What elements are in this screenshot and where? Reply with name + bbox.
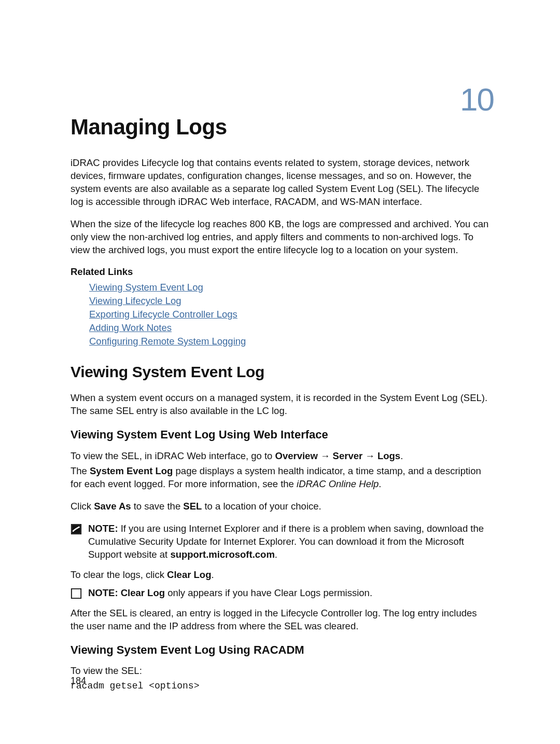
text: The [71, 465, 90, 476]
bold-save-as: Save As [94, 501, 131, 512]
note-block-2: NOTE: Clear Log only appears if you have… [71, 587, 493, 600]
text: . [400, 450, 403, 461]
bold-system-event-log: System Event Log [90, 465, 173, 476]
text: If you are using Internet Explorer and i… [88, 523, 484, 560]
intro-paragraph-1: iDRAC provides Lifecycle log that contai… [71, 157, 493, 209]
sub1-p3: Click Save As to save the SEL to a locat… [71, 500, 493, 513]
bold-clear-log: Clear Log [167, 569, 211, 580]
text: Click [71, 501, 94, 512]
note-label: NOTE: [88, 523, 121, 534]
sub1-p2: The System Event Log page displays a sys… [71, 465, 493, 491]
text: To clear the logs, click [71, 569, 167, 580]
sub1-p1: To view the SEL, in iDRAC Web interface,… [71, 450, 493, 463]
link-exporting-lifecycle-controller-logs[interactable]: Exporting Lifecycle Controller Logs [89, 308, 493, 321]
sub1-p4: To clear the logs, click Clear Log. [71, 569, 493, 582]
sub1-p5: After the SEL is cleared, an entry is lo… [71, 607, 493, 633]
note-block-1: NOTE: If you are using Internet Explorer… [71, 522, 493, 561]
bold-support-microsoft: support.microsoft.com [170, 549, 274, 560]
link-adding-work-notes[interactable]: Adding Work Notes [89, 321, 493, 335]
link-viewing-system-event-log[interactable]: Viewing System Event Log [89, 281, 493, 294]
note-icon [71, 588, 82, 599]
text: . [379, 478, 381, 489]
page-title: Managing Logs [71, 113, 493, 142]
note-text-2: NOTE: Clear Log only appears if you have… [88, 587, 493, 600]
text: to a location of your choice. [202, 501, 321, 512]
sub2-p1: To view the SEL: [71, 665, 493, 678]
code-racadm-getsel: racadm getsel <options> [71, 680, 493, 692]
note-icon [71, 523, 82, 535]
bold-sel: SEL [183, 501, 202, 512]
bold-clear-log: Clear Log [121, 587, 165, 598]
intro-paragraph-2: When the size of the lifecycle log reach… [71, 218, 493, 257]
arrow: → [362, 450, 377, 461]
arrow: → [318, 450, 333, 461]
text: to save the [131, 501, 184, 512]
subsection-heading-racadm: Viewing System Event Log Using RACADM [71, 642, 493, 658]
subsection-heading-web-interface: Viewing System Event Log Using Web Inter… [71, 427, 493, 443]
bold-overview: Overview [275, 450, 318, 461]
related-links-list: Viewing System Event Log Viewing Lifecyc… [71, 281, 493, 348]
bold-server: Server [333, 450, 363, 461]
emphasis-idrac-online-help: iDRAC Online Help [297, 478, 379, 489]
text: . [275, 549, 277, 560]
note-text-1: NOTE: If you are using Internet Explorer… [88, 522, 493, 561]
chapter-number: 10 [460, 78, 494, 121]
section1-paragraph: When a system event occurs on a managed … [71, 392, 493, 418]
related-links-heading: Related Links [71, 266, 493, 279]
text: . [211, 569, 214, 580]
page-number: 184 [71, 674, 86, 687]
link-viewing-lifecycle-log[interactable]: Viewing Lifecycle Log [89, 294, 493, 308]
section-heading-viewing-sel: Viewing System Event Log [71, 362, 493, 383]
text: To view the SEL, in iDRAC Web interface,… [71, 450, 275, 461]
link-configuring-remote-system-logging[interactable]: Configuring Remote System Logging [89, 335, 493, 348]
bold-logs: Logs [377, 450, 400, 461]
text: only appears if you have Clear Logs perm… [165, 587, 372, 598]
note-label: NOTE: [88, 587, 121, 598]
